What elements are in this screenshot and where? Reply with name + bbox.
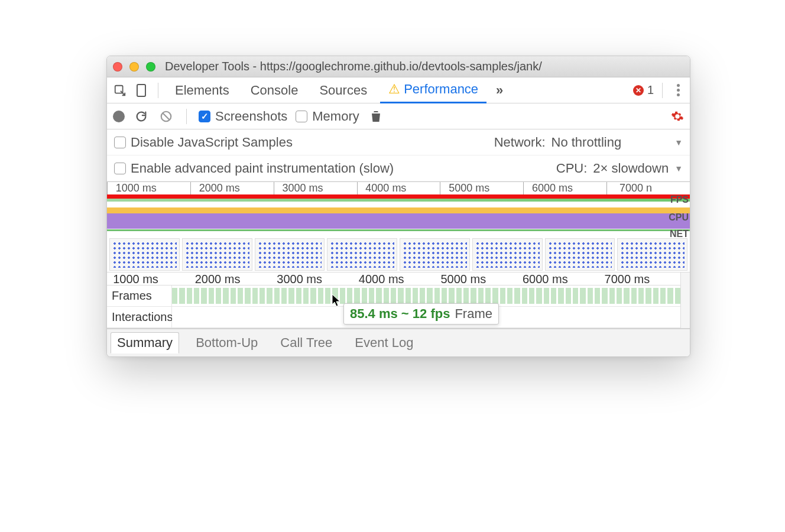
window-titlebar[interactable]: Developer Tools - https://googlechrome.g… [107,56,690,77]
interactions-track[interactable]: Interactions 85.4 ms ~ 12 fps Frame [107,307,680,328]
frame-block[interactable] [362,288,367,304]
frame-block[interactable] [463,288,469,304]
tab-summary[interactable]: Summary [111,332,179,353]
frame-block[interactable] [281,288,287,304]
frame-block[interactable] [238,288,243,304]
frame-block[interactable] [267,288,272,304]
toggle-device-toolbar-icon[interactable] [133,82,150,99]
frame-block[interactable] [354,288,359,304]
frame-block[interactable] [558,288,563,304]
frame-block[interactable] [588,288,593,304]
frame-block[interactable] [609,288,615,304]
tab-console[interactable]: Console [242,77,307,103]
frame-block[interactable] [566,288,571,304]
tab-performance[interactable]: ⚠ Performance [380,77,486,103]
tab-sources[interactable]: Sources [311,77,375,103]
frame-block[interactable] [369,288,374,304]
frame-block[interactable] [187,288,192,304]
collect-garbage-button[interactable] [368,108,384,125]
frame-block[interactable] [492,288,498,304]
screenshot-thumbnail[interactable] [182,238,252,271]
frame-block[interactable] [456,288,462,304]
frame-block[interactable] [471,288,476,304]
frame-block[interactable] [303,288,309,304]
frame-block[interactable] [507,288,512,304]
screenshot-thumbnail[interactable] [255,238,325,271]
clear-button[interactable] [158,108,174,125]
tab-call-tree[interactable]: Call Tree [274,333,338,353]
frame-block[interactable] [529,288,534,304]
frame-block[interactable] [478,288,484,304]
screenshot-thumbnail[interactable] [109,238,180,271]
screenshot-thumbnail[interactable] [327,238,397,271]
frame-block[interactable] [259,288,265,304]
frame-block[interactable] [310,288,316,304]
frame-block[interactable] [231,288,236,304]
frame-block[interactable] [427,288,432,304]
frame-block[interactable] [544,288,549,304]
frame-block[interactable] [209,288,214,304]
frame-block[interactable] [638,288,644,304]
frame-block[interactable] [595,288,600,304]
frame-block[interactable] [332,288,338,304]
cpu-throttling-select[interactable]: 2× slowdown [593,161,669,176]
frame-block[interactable] [172,288,177,304]
vertical-scrollbar[interactable] [680,273,690,328]
frame-block[interactable] [602,288,607,304]
frame-block[interactable] [645,288,651,304]
frame-block[interactable] [536,288,541,304]
frame-block[interactable] [514,288,520,304]
frame-block[interactable] [580,288,585,304]
screenshot-thumbnail[interactable] [400,238,470,271]
frame-block[interactable] [318,288,323,304]
frame-block[interactable] [296,288,301,304]
screenshot-thumbnail[interactable] [617,238,687,271]
overview-time-ruler[interactable]: 1000 ms2000 ms3000 ms4000 ms5000 ms6000 … [107,181,690,194]
detail-time-ruler[interactable]: 1000 ms2000 ms3000 ms4000 ms5000 ms6000 … [107,273,680,286]
frame-block[interactable] [288,288,294,304]
overview-pane[interactable]: FPS CPU NET [107,194,690,273]
frame-block[interactable] [551,288,556,304]
frame-block[interactable] [617,288,622,304]
frame-block[interactable] [573,288,578,304]
frame-block[interactable] [413,288,418,304]
network-throttling-select[interactable]: No throttling [552,135,622,150]
frame-block[interactable] [675,288,680,304]
frame-block[interactable] [194,288,199,304]
frame-block[interactable] [434,288,440,304]
frame-block[interactable] [274,288,280,304]
frame-block[interactable] [653,288,659,304]
zoom-window-button[interactable] [146,62,155,72]
frame-block[interactable] [245,288,250,304]
frame-block[interactable] [201,288,206,304]
screenshot-thumbnail[interactable] [472,238,543,271]
frame-block[interactable] [347,288,352,304]
disable-js-samples-toggle[interactable]: Disable JavaScript Samples [114,135,293,150]
frame-block[interactable] [449,288,454,304]
advanced-paint-toggle[interactable]: Enable advanced paint instrumentation (s… [114,161,394,176]
frame-block[interactable] [500,288,505,304]
frame-block[interactable] [376,288,381,304]
frame-block[interactable] [442,288,447,304]
frame-block[interactable] [223,288,228,304]
tab-event-log[interactable]: Event Log [349,333,419,353]
frame-block[interactable] [216,288,221,304]
screenshot-filmstrip[interactable] [107,237,690,273]
close-window-button[interactable] [113,62,122,72]
frame-block[interactable] [384,288,389,304]
devtools-menu-button[interactable] [671,84,685,96]
frame-block[interactable] [391,288,396,304]
reload-and-record-button[interactable] [133,108,150,125]
tab-bottom-up[interactable]: Bottom-Up [190,333,264,353]
more-tabs-button[interactable]: » [491,83,508,98]
record-button[interactable] [113,111,125,122]
frame-block[interactable] [406,288,411,304]
memory-toggle[interactable]: Memory [296,109,359,124]
frame-block[interactable] [624,288,629,304]
screenshots-toggle[interactable]: Screenshots [199,109,287,124]
error-count-badge[interactable]: ✕ 1 [633,83,654,97]
frame-block[interactable] [252,288,258,304]
frame-block[interactable] [485,288,491,304]
frame-block[interactable] [420,288,425,304]
frame-block[interactable] [179,288,184,304]
